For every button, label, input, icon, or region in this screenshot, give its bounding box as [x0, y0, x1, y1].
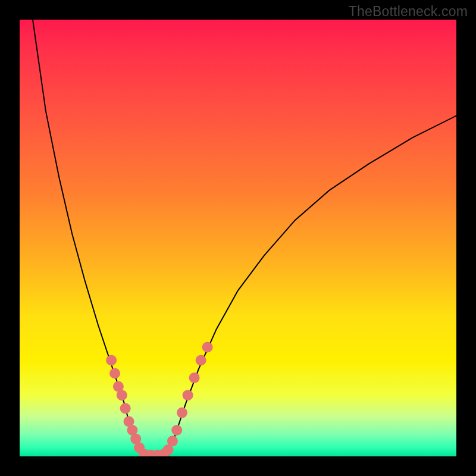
bead-point [196, 355, 206, 366]
chart-frame: TheBottleneck.com [0, 0, 476, 476]
bottleneck-curve-svg [20, 20, 456, 456]
bead-point [202, 342, 213, 353]
bead-point [106, 355, 117, 366]
bead-point [167, 436, 178, 446]
bead-point [171, 425, 182, 436]
bead-point [183, 390, 193, 400]
bead-point [177, 408, 187, 418]
plot-area [20, 20, 456, 456]
bottleneck-curve [33, 20, 456, 456]
bead-point [109, 368, 120, 379]
bead-point [117, 390, 127, 400]
watermark-label: TheBottleneck.com [349, 4, 468, 20]
beads-group [106, 342, 213, 457]
bead-point [189, 372, 200, 383]
bead-point [120, 403, 131, 414]
